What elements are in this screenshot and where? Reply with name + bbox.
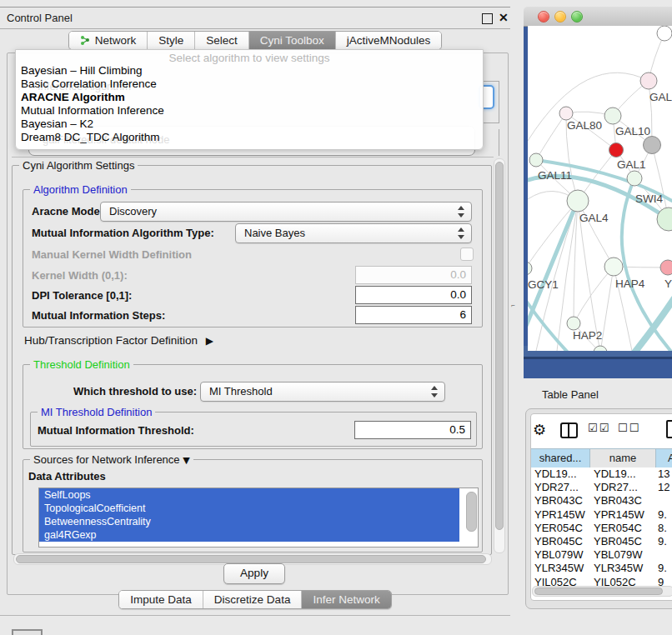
group-title: MI Threshold Definition [38,406,155,418]
tab-jactivemnodules[interactable]: jActiveMNodules [336,32,442,49]
checked-boxes-icon[interactable]: ☑☑ [588,422,610,434]
table-cell: YBR045C [594,535,642,548]
popup-item[interactable]: ARACNE Algorithm [16,91,483,104]
close-traffic-light[interactable] [538,11,549,22]
network-node[interactable] [609,143,624,158]
network-node[interactable] [644,137,661,154]
combo-value: Discovery [109,205,157,218]
kernel-width-field[interactable]: 0.0 [355,266,472,284]
attribute-list-item[interactable]: BetweennessCentrality [39,515,459,528]
column-header-shared[interactable]: shared... [531,448,590,468]
vertical-scrollbar[interactable] [494,158,505,553]
table-row[interactable]: YBR045CYBR045C9. [531,535,672,548]
float-window-icon[interactable] [482,13,493,24]
data-attributes-list[interactable]: SelfLoopsTopologicalCoefficientBetweenne… [38,488,479,548]
node-label: Y [664,278,672,290]
tab-infer-network[interactable]: Infer Network [302,591,390,608]
tab-style[interactable]: Style [148,32,195,49]
table-scrollbar-thumb[interactable] [534,588,663,595]
network-node[interactable] [567,317,580,330]
network-node[interactable] [627,171,642,186]
columns-icon[interactable] [560,422,578,438]
table-row[interactable]: YDR27...YDR27...12 [531,481,672,494]
threshold-definition-group: Threshold Definition Which threshold to … [23,364,483,449]
table-cell: 9 [658,576,664,587]
node-label: GCY1 [528,278,559,291]
table-cell: 8. [658,522,667,535]
popup-item[interactable]: Bayesian – Hill Climbing [16,64,483,78]
mi-type-combo[interactable]: Naive Bayes [235,223,472,243]
minimize-traffic-light[interactable] [554,11,566,22]
attribute-list-item[interactable]: TopologicalCoefficient [39,502,459,515]
tab-cyni-toolbox[interactable]: Cyni Toolbox [249,32,336,49]
aracne-mode-combo[interactable]: Discovery [100,202,472,222]
table-cell: YLR345W [594,562,643,575]
column-header-name[interactable]: name [590,448,656,468]
hub-definition-toggle[interactable]: Hub/Transcription Factor Definition ▶ [24,334,213,347]
table-row[interactable]: YDL19...YDL19...13 [531,468,672,481]
kernel-width-label: Kernel Width (0,1): [32,269,128,282]
network-window-titlebar[interactable] [524,7,672,27]
which-threshold-combo[interactable]: MI Threshold [200,382,445,402]
chevron-right-icon: ▶ [206,335,213,347]
network-node[interactable] [640,72,657,89]
table-horizontal-scrollbar[interactable] [532,586,672,597]
table-cell: YDL19... [534,468,577,481]
popup-item[interactable]: Mutual Information Inference [16,104,483,118]
mi-threshold-field[interactable]: 0.5 [354,421,471,439]
node-label: GAL10 [615,125,650,138]
network-node-labels: GALGAL80GAL10GAL1GAL11SWI4GAL4HAP4YGCY1H… [528,91,672,342]
table-cell: 9. [658,535,667,548]
tab-network[interactable]: Network [69,32,148,49]
gear-icon[interactable]: ⚙ [533,421,546,438]
network-canvas[interactable]: GALGAL80GAL10GAL1GAL11SWI4GAL4HAP4YGCY1H… [528,26,672,351]
apply-button[interactable]: Apply [223,563,285,584]
table-row[interactable]: YER054CYER054C8. [531,522,672,535]
tab-label: Cyni Toolbox [260,34,324,47]
attribute-list-item[interactable]: SelfLoops [39,488,459,502]
network-node[interactable] [660,260,672,275]
collapsed-panel-icon[interactable] [12,629,43,635]
network-node[interactable] [604,258,623,276]
group-title: Threshold Definition [30,358,133,371]
network-node[interactable] [657,26,672,41]
network-node[interactable] [529,153,543,167]
horizontal-scrollbar-thumb[interactable] [16,555,486,563]
table-row[interactable]: YIL052CYIL052C9 [531,576,672,587]
network-view-window: GALGAL80GAL10GAL1GAL11SWI4GAL4HAP4YGCY1H… [524,7,672,378]
mi-type-label: Mutual Information Algorithm Type: [32,227,214,239]
document-icon[interactable] [666,420,672,438]
table-row[interactable]: YLR345WYLR345W9. [531,562,672,575]
network-node[interactable] [604,108,621,124]
node-label: HAP2 [573,329,602,342]
sources-toggle[interactable]: Sources for Network Inference ▼ [30,453,193,466]
resize-handle-icon[interactable]: ⌐ [511,302,515,309]
network-node[interactable] [559,107,573,120]
network-node[interactable] [594,346,607,351]
table-cell: 9. [658,562,667,575]
attribute-list-item[interactable]: gal4RGexp [39,528,459,542]
mi-steps-field[interactable]: 6 [355,306,472,324]
table-row[interactable]: YPR145WYPR145W9. [531,508,672,522]
network-node[interactable] [528,262,532,275]
close-icon[interactable]: ✕ [499,11,509,24]
node-label: GAL4 [579,212,609,224]
tab-label: Select [206,34,238,47]
dpi-tolerance-field[interactable]: 0.0 [355,286,472,304]
tab-discretize-data[interactable]: Discretize Data [203,591,303,608]
vertical-scrollbar-thumb[interactable] [495,162,504,530]
unchecked-boxes-icon[interactable]: ☐☐ [618,422,640,434]
panel-divider[interactable]: ⌐ [510,0,524,635]
table-row[interactable]: YBR043CYBR043C [531,494,672,508]
column-header-next[interactable]: A [656,448,672,468]
list-scrollbar-thumb[interactable] [466,492,477,532]
network-node[interactable] [567,190,589,212]
table-cell: YDR27... [594,481,638,494]
tab-impute-data[interactable]: Impute Data [119,591,203,608]
popup-item[interactable]: Bayesian – K2 [16,118,483,131]
tab-select[interactable]: Select [195,32,249,49]
table-row[interactable]: YBL079WYBL079W [531,548,672,562]
manual-kernel-checkbox[interactable] [460,248,474,261]
groupbox-fragment [499,129,499,156]
zoom-traffic-light[interactable] [571,11,583,22]
